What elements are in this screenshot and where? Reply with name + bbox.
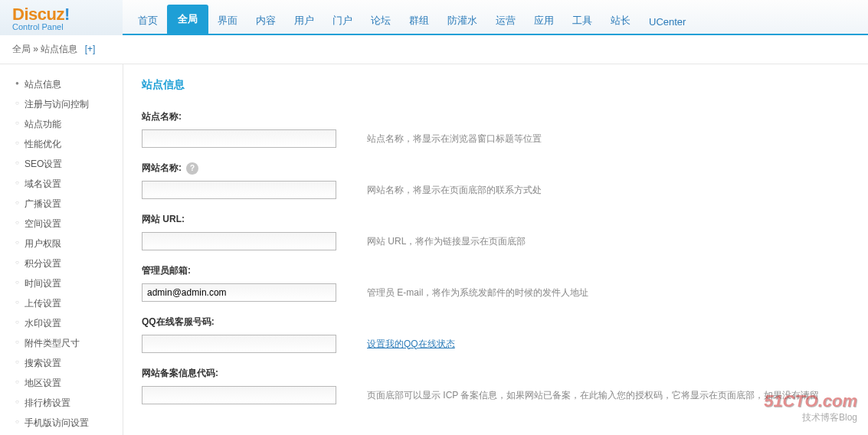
breadcrumb: 全局 » 站点信息 [+] [0, 35, 868, 64]
sidebar-item-6[interactable]: 广播设置 [15, 198, 123, 211]
siteurl-label: 网站 URL: [142, 213, 850, 226]
nav-tab-3[interactable]: 内容 [247, 8, 285, 34]
breadcrumb-root[interactable]: 全局 [12, 44, 31, 54]
sidebar-item-0[interactable]: 站点信息 [15, 78, 123, 91]
sidebar-item-10[interactable]: 时间设置 [15, 277, 123, 290]
sidebar-item-14[interactable]: 搜索设置 [15, 357, 123, 370]
nav-tab-13[interactable]: UCenter [640, 10, 695, 34]
sidebar-item-11[interactable]: 上传设置 [15, 297, 123, 310]
nav-tab-11[interactable]: 工具 [563, 8, 601, 34]
adminemail-input[interactable] [142, 283, 336, 302]
nav-tab-12[interactable]: 站长 [601, 8, 640, 34]
webname-input[interactable] [142, 181, 336, 199]
icp-input[interactable] [142, 386, 336, 404]
sidebar-item-15[interactable]: 地区设置 [15, 377, 123, 390]
main-content: 站点信息 站点名称: 站点名称，将显示在浏览器窗口标题等位置 网站名称: ? 网… [123, 64, 868, 435]
sidebar-item-2[interactable]: 站点功能 [15, 118, 123, 131]
nav-tab-9[interactable]: 运营 [486, 8, 525, 34]
nav-tab-8[interactable]: 防灌水 [438, 8, 486, 34]
siteurl-input[interactable] [142, 232, 336, 250]
sidebar-item-17[interactable]: 手机版访问设置 [15, 417, 123, 430]
qq-status-link[interactable]: 设置我的QQ在线状态 [367, 339, 455, 349]
siteurl-desc: 网站 URL，将作为链接显示在页面底部 [367, 235, 526, 248]
qq-input[interactable] [142, 335, 336, 353]
adminemail-label: 管理员邮箱: [142, 264, 850, 277]
nav-tab-0[interactable]: 首页 [129, 8, 167, 34]
nav-tab-2[interactable]: 界面 [208, 8, 247, 34]
sidebar-item-1[interactable]: 注册与访问控制 [15, 98, 123, 111]
sidebar-item-13[interactable]: 附件类型尺寸 [15, 337, 123, 350]
webname-desc: 网站名称，将显示在页面底部的联系方式处 [367, 184, 542, 197]
breadcrumb-sep: » [33, 44, 38, 54]
nav-tab-7[interactable]: 群组 [400, 8, 438, 34]
nav-tab-1[interactable]: 全局 [167, 5, 208, 34]
sidebar-item-9[interactable]: 积分设置 [15, 257, 123, 270]
sitename-label: 站点名称: [142, 110, 850, 123]
webname-label: 网站名称: [142, 162, 182, 175]
sidebar-item-12[interactable]: 水印设置 [15, 317, 123, 330]
icp-desc: 页面底部可以显示 ICP 备案信息，如果网站已备案，在此输入您的授权码，它将显示… [367, 389, 819, 402]
nav-tab-5[interactable]: 门户 [323, 8, 362, 34]
nav-tab-10[interactable]: 应用 [525, 8, 563, 34]
adminemail-desc: 管理员 E-mail，将作为系统发邮件的时候的发件人地址 [367, 286, 588, 299]
logo-subtitle: Control Panel [12, 22, 110, 31]
icp-label: 网站备案信息代码: [142, 367, 850, 380]
sidebar: 站点信息注册与访问控制站点功能性能优化SEO设置域名设置广播设置空间设置用户权限… [0, 64, 123, 435]
logo-text: Discuz [12, 5, 64, 24]
sidebar-item-3[interactable]: 性能优化 [15, 138, 123, 151]
logo-punct: ! [64, 5, 70, 24]
sitename-desc: 站点名称，将显示在浏览器窗口标题等位置 [367, 132, 542, 146]
help-icon[interactable]: ? [186, 162, 198, 175]
section-title: 站点信息 [142, 78, 850, 92]
nav-tab-4[interactable]: 用户 [285, 8, 323, 34]
sidebar-item-5[interactable]: 域名设置 [15, 178, 123, 191]
breadcrumb-current: 站点信息 [41, 44, 77, 54]
logo: Discuz! Control Panel [0, 0, 123, 35]
qq-label: QQ在线客服号码: [142, 316, 850, 329]
breadcrumb-expand[interactable]: [+] [85, 44, 96, 54]
sitename-input[interactable] [142, 129, 336, 148]
sidebar-item-16[interactable]: 排行榜设置 [15, 397, 123, 410]
sidebar-item-8[interactable]: 用户权限 [15, 237, 123, 250]
nav-tab-6[interactable]: 论坛 [362, 8, 400, 34]
top-nav: 首页全局界面内容用户门户论坛群组防灌水运营应用工具站长UCenter [123, 0, 868, 35]
sidebar-item-4[interactable]: SEO设置 [15, 158, 123, 171]
sidebar-item-7[interactable]: 空间设置 [15, 218, 123, 231]
